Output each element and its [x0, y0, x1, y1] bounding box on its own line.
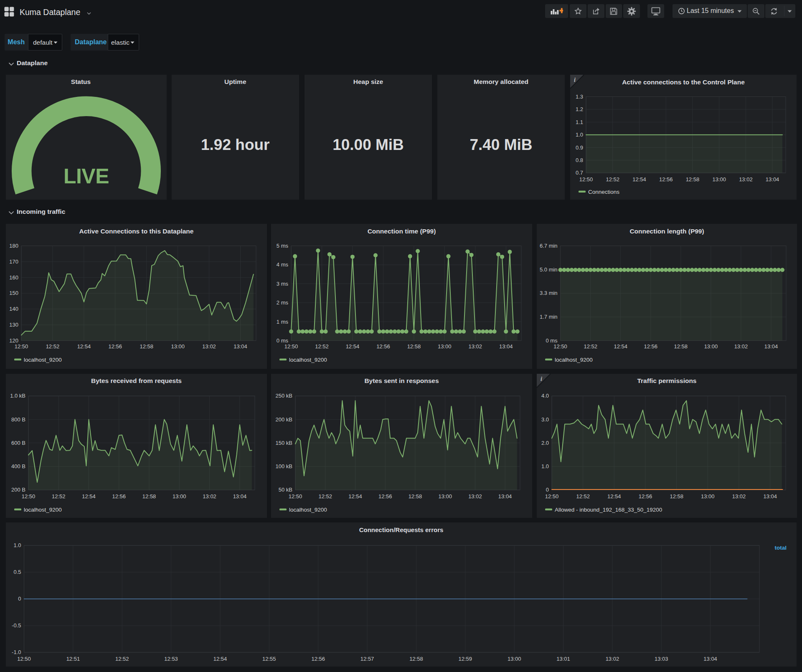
svg-text:localhost_9200: localhost_9200	[24, 506, 62, 512]
svg-text:13:02: 13:02	[202, 343, 216, 350]
svg-text:12:54: 12:54	[346, 343, 360, 350]
svg-text:13:00: 13:00	[173, 493, 186, 500]
svg-text:12:50: 12:50	[284, 343, 298, 350]
svg-text:12:54: 12:54	[213, 656, 227, 662]
svg-text:Connection time (P99): Connection time (P99)	[368, 228, 436, 235]
svg-text:2 ms: 2 ms	[277, 299, 289, 306]
svg-text:12:56: 12:56	[659, 176, 673, 182]
svg-text:12:54: 12:54	[632, 176, 646, 182]
svg-text:200 B: 200 B	[11, 487, 25, 493]
svg-text:12:58: 12:58	[407, 343, 421, 350]
svg-text:12:56: 12:56	[112, 493, 126, 500]
svg-text:12:54: 12:54	[607, 493, 621, 500]
svg-text:Traffic permissions: Traffic permissions	[637, 377, 697, 384]
svg-text:Allowed - inbound_192_168_33_5: Allowed - inbound_192_168_33_50_19200	[555, 506, 662, 512]
svg-text:12:50: 12:50	[553, 343, 567, 350]
svg-text:13:00: 13:00	[171, 343, 185, 350]
svg-text:13:02: 13:02	[469, 343, 482, 350]
svg-text:100 kB: 100 kB	[276, 463, 292, 469]
svg-text:13:00: 13:00	[438, 343, 452, 350]
svg-text:600 B: 600 B	[11, 439, 25, 446]
svg-text:0.7: 0.7	[576, 170, 583, 176]
svg-text:12:50: 12:50	[17, 656, 31, 662]
svg-text:250 kB: 250 kB	[276, 393, 292, 399]
svg-text:13:04: 13:04	[764, 343, 778, 350]
svg-text:12:57: 12:57	[360, 656, 374, 662]
svg-text:1.7 min: 1.7 min	[540, 314, 558, 320]
svg-text:180: 180	[9, 243, 18, 249]
svg-text:1 ms: 1 ms	[277, 319, 289, 325]
svg-text:13:00: 13:00	[712, 176, 726, 182]
svg-text:1.3: 1.3	[576, 93, 583, 99]
svg-text:12:54: 12:54	[77, 343, 91, 350]
svg-text:1.2: 1.2	[576, 106, 583, 112]
svg-text:400 B: 400 B	[11, 463, 25, 469]
svg-text:Connection/Requests errors: Connection/Requests errors	[359, 526, 444, 533]
svg-text:140: 140	[9, 306, 18, 312]
svg-text:12:53: 12:53	[164, 656, 178, 662]
svg-text:12:52: 12:52	[52, 493, 66, 500]
svg-text:13:04: 13:04	[233, 493, 247, 500]
svg-text:130: 130	[9, 322, 18, 328]
svg-text:12:55: 12:55	[262, 656, 276, 662]
svg-text:12:52: 12:52	[584, 343, 597, 350]
svg-text:localhost_9200: localhost_9200	[555, 357, 593, 363]
svg-text:12:52: 12:52	[115, 656, 129, 662]
svg-text:12:58: 12:58	[140, 343, 153, 350]
svg-text:150: 150	[9, 290, 18, 297]
svg-text:3 ms: 3 ms	[277, 281, 289, 287]
svg-text:12:54: 12:54	[349, 493, 363, 500]
svg-text:13:00: 13:00	[508, 656, 521, 662]
svg-text:12:58: 12:58	[409, 656, 423, 662]
svg-text:50 kB: 50 kB	[279, 487, 292, 493]
svg-text:1.0: 1.0	[541, 463, 549, 469]
svg-text:12:59: 12:59	[459, 656, 472, 662]
svg-text:Bytes sent in responses: Bytes sent in responses	[365, 377, 439, 384]
svg-text:12:56: 12:56	[109, 343, 122, 350]
svg-text:12:56: 12:56	[644, 343, 658, 350]
svg-text:5.0 min: 5.0 min	[540, 266, 558, 273]
svg-text:13:04: 13:04	[499, 343, 513, 350]
svg-text:12:52: 12:52	[46, 343, 60, 350]
svg-text:12:54: 12:54	[614, 343, 627, 350]
svg-text:12:56: 12:56	[378, 493, 392, 500]
svg-text:0: 0	[546, 487, 549, 493]
svg-text:3.0: 3.0	[541, 416, 549, 422]
svg-text:13:04: 13:04	[233, 343, 247, 350]
svg-text:12:58: 12:58	[409, 493, 422, 500]
svg-text:12:51: 12:51	[66, 656, 80, 662]
svg-text:0.5: 0.5	[13, 569, 21, 575]
svg-text:-0.5: -0.5	[12, 622, 21, 629]
svg-text:Connections: Connections	[588, 188, 619, 195]
svg-text:12:52: 12:52	[319, 493, 332, 500]
svg-text:localhost_9200: localhost_9200	[289, 357, 327, 363]
svg-text:Active Connections to this Dat: Active Connections to this Dataplane	[79, 228, 194, 235]
svg-text:Bytes received from requests: Bytes received from requests	[91, 377, 182, 384]
svg-text:13:04: 13:04	[498, 493, 512, 500]
svg-text:800 B: 800 B	[11, 416, 25, 422]
svg-text:13:00: 13:00	[701, 493, 715, 500]
svg-text:13:00: 13:00	[704, 343, 718, 350]
svg-text:-1.0: -1.0	[12, 649, 21, 655]
svg-text:total: total	[775, 544, 787, 550]
svg-text:13:02: 13:02	[732, 493, 746, 500]
svg-text:i: i	[541, 375, 542, 382]
svg-text:13:04: 13:04	[766, 176, 779, 182]
svg-text:12:50: 12:50	[22, 493, 36, 500]
svg-text:Connection length (P99): Connection length (P99)	[629, 228, 704, 235]
svg-text:4.0: 4.0	[541, 393, 549, 399]
svg-text:5 ms: 5 ms	[277, 243, 289, 249]
svg-text:160: 160	[9, 274, 18, 281]
svg-text:13:02: 13:02	[606, 656, 619, 662]
svg-text:13:04: 13:04	[763, 493, 777, 500]
svg-text:i: i	[574, 77, 576, 83]
svg-text:13:00: 13:00	[439, 493, 452, 500]
svg-text:200 kB: 200 kB	[276, 416, 292, 422]
svg-text:13:02: 13:02	[739, 176, 753, 182]
svg-text:LIVE: LIVE	[63, 165, 109, 188]
svg-text:12:50: 12:50	[15, 343, 28, 350]
svg-text:170: 170	[9, 259, 18, 265]
svg-text:0: 0	[18, 596, 21, 602]
svg-text:13:02: 13:02	[469, 493, 482, 500]
svg-text:12:56: 12:56	[639, 493, 652, 500]
